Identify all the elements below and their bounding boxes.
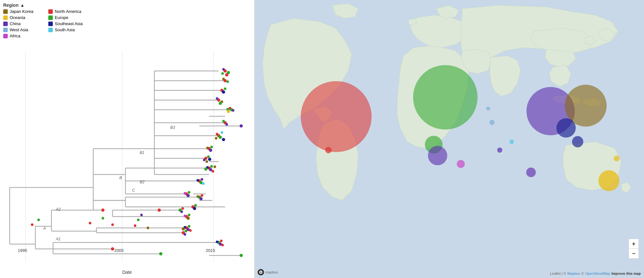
svg-point-60 xyxy=(224,88,226,90)
legend-color-europe xyxy=(48,15,53,20)
mapbox-label: mapbox xyxy=(265,270,278,274)
svg-point-53 xyxy=(222,68,225,71)
attribution-sep: © xyxy=(581,272,584,275)
svg-point-143 xyxy=(111,223,114,226)
mapbox-icon xyxy=(258,269,264,275)
svg-point-137 xyxy=(240,254,243,257)
svg-point-109 xyxy=(196,195,199,198)
zoom-in-button[interactable]: + xyxy=(629,239,639,249)
svg-point-119 xyxy=(184,215,186,217)
x-axis-label: Date xyxy=(122,270,132,275)
svg-point-147 xyxy=(37,218,40,221)
svg-point-150 xyxy=(260,272,261,273)
legend-color-west-asia xyxy=(3,28,8,32)
legend: Japan Korea North America Oceania Europe… xyxy=(3,9,100,38)
svg-point-61 xyxy=(222,91,225,94)
map-panel: + − mapbox Leaflet | © Mapbox © OpenStre… xyxy=(254,0,644,278)
svg-point-111 xyxy=(194,204,197,206)
svg-point-125 xyxy=(182,227,185,231)
svg-point-77 xyxy=(219,136,222,139)
svg-point-64 xyxy=(216,97,218,100)
svg-point-135 xyxy=(111,247,114,251)
x-tick-2015: 2015 xyxy=(206,248,215,253)
legend-item-west-asia: West Asia xyxy=(3,27,42,32)
svg-point-65 xyxy=(219,102,222,105)
svg-point-142 xyxy=(147,226,149,229)
region-header[interactable]: Region ▲ xyxy=(3,3,24,8)
mapbox-logo: mapbox xyxy=(258,269,278,275)
svg-point-128 xyxy=(184,233,186,236)
svg-point-83 xyxy=(209,149,212,152)
svg-point-112 xyxy=(193,207,196,210)
map-zoom-controls[interactable]: + − xyxy=(629,239,639,259)
svg-point-101 xyxy=(202,182,204,185)
chevron-up-icon: ▲ xyxy=(20,3,24,8)
svg-point-114 xyxy=(181,207,184,210)
svg-point-84 xyxy=(206,147,209,149)
svg-point-104 xyxy=(186,194,190,197)
x-tick-1995: 1995 xyxy=(18,248,27,253)
bubble-southeast-asia-small xyxy=(572,136,583,148)
svg-point-121 xyxy=(188,225,190,227)
mapbox-link[interactable]: Mapbox xyxy=(567,272,580,275)
legend-label-europe: Europe xyxy=(55,15,68,20)
legend-color-north-america xyxy=(48,9,53,14)
legend-color-africa xyxy=(3,34,8,38)
bubble-south-asia xyxy=(509,139,514,144)
clade-label-B: B xyxy=(119,176,122,180)
bubble-europe xyxy=(413,65,478,129)
bubble-west-asia-small xyxy=(486,107,490,110)
svg-point-67 xyxy=(229,107,231,110)
svg-point-105 xyxy=(184,192,186,195)
bubble-west-asia xyxy=(489,120,495,125)
svg-point-145 xyxy=(89,222,91,224)
svg-point-88 xyxy=(208,158,211,161)
legend-color-china xyxy=(3,22,8,26)
tree-svg xyxy=(0,52,254,262)
svg-point-80 xyxy=(222,138,225,141)
svg-point-95 xyxy=(204,168,207,171)
bubble-north-america xyxy=(301,81,372,152)
svg-point-78 xyxy=(221,131,223,134)
svg-point-127 xyxy=(185,230,187,233)
clade-label-B1: B1 xyxy=(140,150,145,155)
legend-color-japan-korea xyxy=(3,9,8,14)
bubble-oceania xyxy=(599,170,620,191)
bubble-oceania-small xyxy=(614,156,620,161)
svg-point-82 xyxy=(210,146,213,148)
svg-point-133 xyxy=(216,241,218,243)
svg-point-134 xyxy=(221,244,224,246)
clade-label-A2: A2 xyxy=(56,207,61,212)
bubble-north-america-small xyxy=(325,147,332,153)
legend-label-japan-korea: Japan Korea xyxy=(10,9,33,14)
legend-item-south-asia: South Asia xyxy=(48,27,100,32)
svg-point-108 xyxy=(199,197,203,200)
svg-point-140 xyxy=(140,214,143,216)
svg-point-118 xyxy=(186,216,190,220)
map-container[interactable]: + − mapbox Leaflet | © Mapbox © OpenStre… xyxy=(254,0,644,278)
svg-point-54 xyxy=(225,73,228,76)
legend-item-europe: Europe xyxy=(48,15,100,20)
attribution-text: Leaflet | © xyxy=(550,272,566,275)
svg-point-138 xyxy=(157,208,161,212)
legend-item-north-america: North America xyxy=(48,9,100,14)
legend-label-africa: Africa xyxy=(10,34,20,38)
svg-point-96 xyxy=(213,166,216,168)
legend-color-south-asia xyxy=(48,28,53,32)
svg-point-115 xyxy=(180,210,183,213)
clade-label-B2: B2 xyxy=(140,180,145,184)
bubble-china-small xyxy=(526,168,536,177)
svg-point-117 xyxy=(188,214,190,216)
legend-color-southeast-asia xyxy=(48,22,53,26)
legend-item-africa: Africa xyxy=(3,34,42,38)
svg-point-72 xyxy=(222,120,225,122)
improve-map-link[interactable]: Improve this map xyxy=(611,272,641,275)
svg-point-94 xyxy=(212,170,214,173)
zoom-out-button[interactable]: − xyxy=(629,249,639,258)
clade-label-C: C xyxy=(132,188,135,193)
bubble-china-tiny xyxy=(497,148,502,153)
openstreetmap-link[interactable]: OpenStreetMap xyxy=(585,272,610,275)
svg-point-100 xyxy=(196,179,199,182)
svg-point-69 xyxy=(232,109,234,112)
svg-point-131 xyxy=(220,240,223,242)
